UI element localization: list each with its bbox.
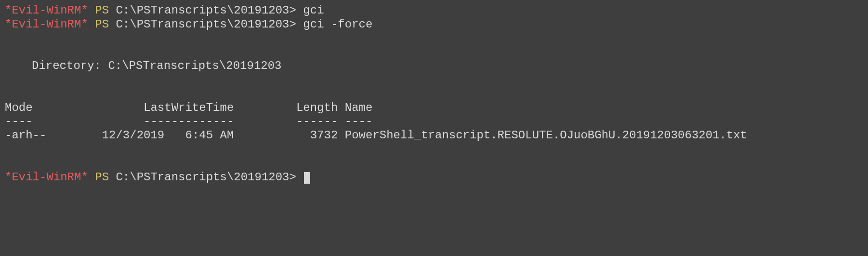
row-name: PowerShell_transcript.RESOLUTE.OJuoBGhU.… <box>345 129 747 142</box>
blank-line <box>5 32 863 46</box>
command-text: gci -force <box>303 18 372 31</box>
prompt-path: C:\PSTranscripts\20191203> <box>116 171 296 184</box>
header-length: Length <box>296 101 338 114</box>
row-length: 3732 <box>310 129 338 142</box>
directory-line: Directory: C:\PSTranscripts\20191203 <box>5 59 863 73</box>
blank-line <box>5 73 863 87</box>
blank-line <box>5 87 863 101</box>
table-header: Mode LastWriteTime Length Name <box>5 101 863 115</box>
table-divider: ---- ------------- ------ ---- <box>5 115 863 129</box>
prompt-tool: *Evil-WinRM* <box>5 171 88 184</box>
terminal-line: *Evil-WinRM* PS C:\PSTranscripts\2019120… <box>5 18 863 32</box>
command-text: gci <box>303 4 324 17</box>
row-date: 12/3/2019 <box>102 129 165 142</box>
terminal-prompt-line[interactable]: *Evil-WinRM* PS C:\PSTranscripts\2019120… <box>5 171 863 185</box>
prompt-path: C:\PSTranscripts\20191203> <box>116 4 296 17</box>
divider-lastwrite: ------------- <box>144 115 234 128</box>
blank-line <box>5 45 863 59</box>
divider-length: ------ <box>296 115 338 128</box>
header-name: Name <box>345 101 373 114</box>
table-row: -arh-- 12/3/2019 6:45 AM 3732 PowerShell… <box>5 129 863 143</box>
divider-mode: ---- <box>5 115 33 128</box>
prompt-ps: PS <box>95 18 109 31</box>
header-lastwrite: LastWriteTime <box>144 101 234 114</box>
directory-label: Directory: <box>32 59 101 72</box>
blank-line <box>5 143 863 157</box>
prompt-ps: PS <box>95 4 109 17</box>
prompt-ps: PS <box>95 171 109 184</box>
prompt-tool: *Evil-WinRM* <box>5 18 88 31</box>
row-time: 6:45 AM <box>185 129 234 142</box>
header-mode: Mode <box>5 101 33 114</box>
divider-name: ---- <box>345 115 373 128</box>
cursor-block <box>304 172 310 184</box>
terminal-line: *Evil-WinRM* PS C:\PSTranscripts\2019120… <box>5 4 863 18</box>
prompt-tool: *Evil-WinRM* <box>5 4 88 17</box>
prompt-path: C:\PSTranscripts\20191203> <box>116 18 296 31</box>
directory-path: C:\PSTranscripts\20191203 <box>108 59 281 72</box>
row-mode: -arh-- <box>5 129 46 142</box>
blank-line <box>5 157 863 171</box>
